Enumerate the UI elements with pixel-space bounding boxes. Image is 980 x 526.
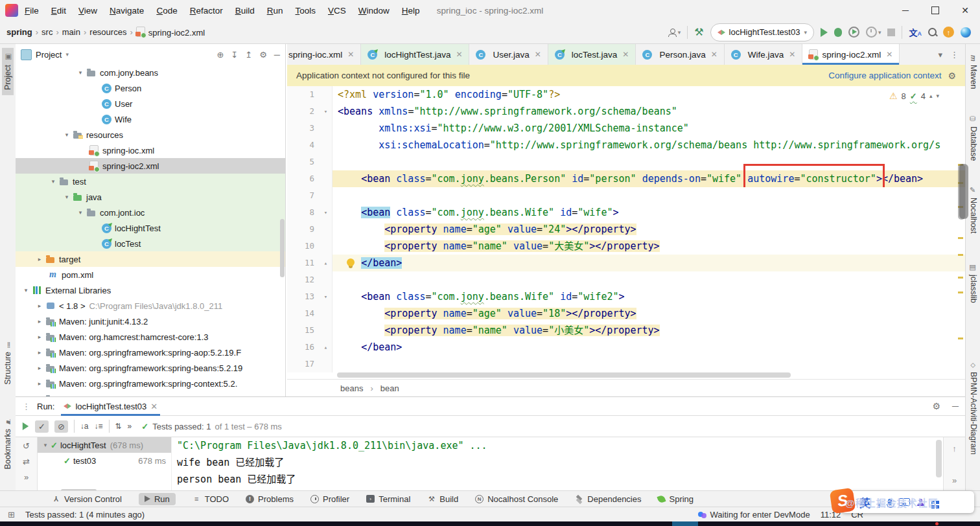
chevron-down-icon[interactable]: ▾ xyxy=(75,209,86,216)
rerun-button[interactable] xyxy=(23,422,29,430)
toolwindow-button-terminal[interactable]: ›Terminal xyxy=(366,494,410,504)
tree-item-external-libraries[interactable]: ▾External Libraries xyxy=(16,282,285,298)
breadcrumb-main[interactable]: main xyxy=(62,27,80,37)
menu-run[interactable]: Run xyxy=(267,6,283,16)
plugin-ball-icon[interactable] xyxy=(961,27,971,38)
breadcrumb-spring-ioc2-xml[interactable]: spring-ioc2.xml xyxy=(136,27,205,38)
chevron-down-icon[interactable]: ▾ xyxy=(21,287,31,293)
code-editor[interactable]: 1<?xml version="1.0" encoding="UTF-8"?>2… xyxy=(287,86,965,379)
tree-item-com-jont-ioc[interactable]: ▾com.jont.ioc xyxy=(16,205,285,220)
tab-spring-ioc2-xml[interactable]: spring-ioc2.xml✕ xyxy=(802,44,900,65)
vcs-user-button[interactable]: ▾ xyxy=(668,29,681,36)
line-number[interactable]: 2 xyxy=(287,103,320,120)
restore-button[interactable] xyxy=(920,0,950,21)
toolwindow-button-version-control[interactable]: YVersion Control xyxy=(52,494,122,504)
toolwindow-grid-icon[interactable]: ⊞ xyxy=(8,510,15,520)
fold-marker[interactable]: ▾ xyxy=(320,288,332,305)
close-icon[interactable]: ✕ xyxy=(535,50,541,59)
toolwindow-button-build[interactable]: ⚒Build xyxy=(427,494,458,504)
chevron-down-icon[interactable]: ▾ xyxy=(62,194,72,200)
chevron-right-icon[interactable]: ▸ xyxy=(34,349,45,356)
breadcrumb-spring[interactable]: spring xyxy=(6,27,32,37)
fold-marker[interactable]: ▴ xyxy=(320,339,332,356)
search-everywhere-button[interactable] xyxy=(928,28,937,36)
show-passed-toggle[interactable]: ✓ xyxy=(35,420,49,433)
chevron-down-icon[interactable]: ▾ xyxy=(40,442,51,448)
toolwindow-button-dependencies[interactable]: Dependencies xyxy=(575,494,641,504)
chevron-right-icon[interactable]: ▸ xyxy=(34,303,45,309)
toolwindow-tab-project[interactable]: Project▣ xyxy=(2,48,14,95)
ime-punctuation-mode[interactable]: , xyxy=(878,496,881,509)
tree-item-user[interactable]: CUser xyxy=(16,96,285,111)
close-icon[interactable]: ✕ xyxy=(886,50,892,59)
coverage-button[interactable] xyxy=(848,27,859,38)
chevron-right-icon[interactable]: ▸ xyxy=(34,318,45,325)
fold-marker[interactable]: ▴ xyxy=(320,255,332,271)
run-configuration-select[interactable]: locHightTest.test03 ▾ xyxy=(710,23,814,41)
line-number[interactable]: 12 xyxy=(287,271,320,288)
tree-item-1-8[interactable]: ▸< 1.8 >C:\Program Files\Java\jdk1.8.0_2… xyxy=(16,298,285,314)
hidden-tabs-chevron-icon[interactable]: ▾ xyxy=(938,50,942,60)
line-number[interactable]: 11 xyxy=(287,255,320,271)
toolwindow-button-nocalhost-console[interactable]: NNocalhost Console xyxy=(475,494,558,504)
line-number[interactable]: 9 xyxy=(287,221,320,238)
menu-edit[interactable]: Edit xyxy=(51,6,66,16)
next-issue-arrow-icon[interactable]: ▾ xyxy=(936,93,939,99)
test-node-lochighttest[interactable]: ▾✓locHightTest(678 ms) xyxy=(38,437,171,453)
tree-item-lochighttest[interactable]: ClocHightTest xyxy=(16,220,285,236)
menu-build[interactable]: Build xyxy=(235,6,255,16)
toolwindow-tab-maven[interactable]: mMaven xyxy=(968,51,979,93)
tab-spring-ioc-xml[interactable]: spring-ioc.xml✕ xyxy=(287,44,361,65)
toolwindow-tab-bookmarks[interactable]: Bookmarks⚑ xyxy=(2,412,14,475)
toolwindow-tab-bpmn-activiti-diagram[interactable]: ⬦BPMN-Activiti-Diagram xyxy=(968,357,979,459)
prev-issue-arrow-icon[interactable]: ▴ xyxy=(929,93,933,99)
minimize-button[interactable]: ─ xyxy=(891,0,920,21)
sort-alphabetically-button[interactable]: ↓a xyxy=(80,422,89,431)
close-icon[interactable]: ✕ xyxy=(711,50,718,59)
settings-gear-icon[interactable]: ⚙ xyxy=(259,50,267,60)
tab-lochighttest-java[interactable]: ClocHightTest.java✕ xyxy=(361,44,469,65)
run-button[interactable] xyxy=(821,28,828,37)
breadcrumb-resources[interactable]: resources xyxy=(89,27,126,37)
menu-refactor[interactable]: Refactor xyxy=(190,6,223,16)
tree-item-pom-xml[interactable]: mpom.xml xyxy=(16,267,285,282)
more-actions-chevron-icon[interactable]: » xyxy=(128,422,132,431)
sort-by-duration-button[interactable]: ↓≡ xyxy=(95,422,103,431)
toolwindow-tab-structure[interactable]: Structure≔ xyxy=(2,336,14,390)
menu-tools[interactable]: Tools xyxy=(296,6,316,16)
tree-item-maven-org-springframework-spring-beans-5-2-19[interactable]: ▸Maven: org.springframework:spring-beans… xyxy=(16,360,285,376)
menu-window[interactable]: Window xyxy=(358,6,390,16)
tree-item-spring-ioc-xml[interactable]: spring-ioc.xml xyxy=(16,143,285,158)
locate-file-button[interactable]: ⊕ xyxy=(216,50,224,60)
line-number[interactable]: 8 xyxy=(287,204,320,221)
tree-item-person[interactable]: CPerson xyxy=(16,80,285,96)
show-ignored-toggle[interactable]: ⊘ xyxy=(54,420,68,433)
build-hammer-icon[interactable]: ⚒ xyxy=(694,27,703,38)
devmode-text[interactable]: Waiting for enter DevMode xyxy=(710,510,810,520)
toolwindow-tab-database[interactable]: ⛁Database xyxy=(968,110,979,166)
menu-code[interactable]: Code xyxy=(156,6,177,16)
inspection-widget[interactable]: ⚠ 8 ✓ 4 ▴ ▾ xyxy=(887,90,942,102)
line-number[interactable]: 17 xyxy=(287,356,320,372)
tree-item-spring-ioc2-xml[interactable]: spring-ioc2.xml xyxy=(16,158,285,174)
tree-item-loctest[interactable]: ClocTest xyxy=(16,236,285,251)
console-scrollbar-thumb[interactable] xyxy=(936,440,942,477)
hide-run-panel-button[interactable]: ─ xyxy=(952,401,959,411)
tab-person-java[interactable]: CPerson.java✕ xyxy=(636,44,724,65)
rightbar-scroll-thumb[interactable] xyxy=(959,164,968,219)
tree-item-maven-org-springframework-spring-context-5-2[interactable]: ▸Maven: org.springframework:spring-conte… xyxy=(16,376,285,391)
line-number[interactable]: 10 xyxy=(287,238,320,255)
tab-user-java[interactable]: CUser.java✕ xyxy=(469,44,548,65)
line-number[interactable]: 4 xyxy=(287,137,320,154)
menu-view[interactable]: View xyxy=(78,6,97,16)
menu-help[interactable]: Help xyxy=(402,6,420,16)
chevron-right-icon[interactable]: ▸ xyxy=(34,380,45,387)
line-number[interactable]: 1 xyxy=(287,86,320,103)
chevron-right-icon[interactable]: ▸ xyxy=(34,334,45,340)
line-number[interactable]: 5 xyxy=(287,154,320,170)
tree-item-maven-org-hamcrest-hamcrest-core-1-3[interactable]: ▸Maven: org.hamcrest:hamcrest-core:1.3 xyxy=(16,329,285,345)
tree-item-resources[interactable]: ▾resources xyxy=(16,127,285,143)
editor-hscrollbar-thumb[interactable] xyxy=(337,372,791,378)
sogou-logo-icon[interactable]: S xyxy=(830,488,856,514)
close-icon[interactable]: ✕ xyxy=(347,50,354,59)
